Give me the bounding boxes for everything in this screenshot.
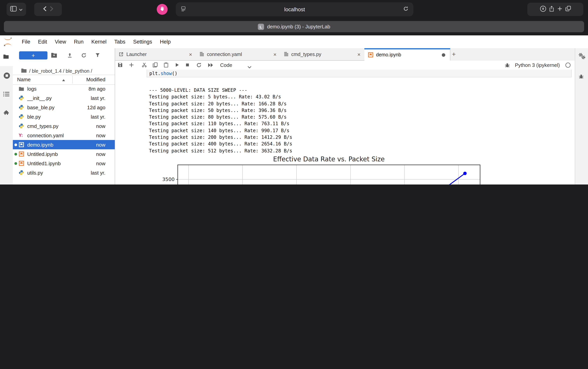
kernel-name-button[interactable]: Python 3 (ipykernel) [515,62,560,68]
menu-kernel[interactable]: Kernel [87,39,110,45]
breadcrumb[interactable]: / ble_robot_1.4 / ble_python / [21,68,92,74]
code-cell-editor[interactable]: plt.show() [147,70,572,77]
notebook-icon [19,151,24,157]
close-icon[interactable]: × [189,51,192,57]
debugger-icon[interactable] [504,62,510,68]
menu-settings[interactable]: Settings [129,39,156,45]
dock-tab-cmd_types.py[interactable]: cmd_types.py× [280,48,365,61]
stop-kernel-icon[interactable] [185,62,191,68]
sidebar-toggle-button[interactable] [7,3,26,16]
file-modified: now [96,133,105,138]
address-bar[interactable]: localhost [176,2,413,16]
file-name[interactable]: base_ble.py [27,104,54,110]
file-modified: now [96,151,105,157]
file-row-__init__.py[interactable]: __init__.pylast yr. [13,93,115,103]
restart-run-all-icon[interactable] [208,62,214,68]
file-name[interactable]: connection.yaml [27,133,64,138]
restart-kernel-icon[interactable] [196,62,202,68]
save-icon[interactable] [117,62,123,68]
paste-cell-icon[interactable] [163,62,169,68]
cell-output-text: --- 5000-LEVEL: DATA SIZE SWEEP ---Testi… [149,87,292,154]
file-modified: last yr. [91,95,105,101]
copy-cell-icon[interactable] [153,62,158,68]
kernel-status-icon[interactable] [565,62,571,68]
breadcrumb-path[interactable]: / ble_robot_1.4 / ble_python / [29,68,92,74]
cell-type-dropdown[interactable]: Code [220,62,232,68]
extension-button[interactable] [157,4,168,15]
file-row-ble.py[interactable]: ble.pylast yr. [13,112,115,121]
upload-icon[interactable] [67,52,73,59]
refresh-icon[interactable] [81,52,87,59]
column-modified[interactable]: Modified [86,77,105,82]
new-tab-icon[interactable] [557,6,563,13]
add-tab-button[interactable]: + [452,51,456,58]
column-name[interactable]: Name [17,77,31,82]
file-row-demo.ipynb[interactable]: demo.ipynbnow [13,140,115,149]
cut-cell-icon[interactable] [142,62,147,68]
file-name[interactable]: demo.ipynb [27,142,53,148]
tab-label[interactable]: demo.ipynb [376,52,401,58]
file-row-cmd_types.py[interactable]: cmd_types.pynow [13,121,115,131]
file-name[interactable]: __init__.py [27,95,52,101]
reader-view-icon[interactable] [180,6,186,13]
python-icon [19,105,24,110]
property-inspector-icon[interactable] [578,52,585,59]
menu-run[interactable]: Run [70,39,87,45]
debugger-sidebar-icon[interactable] [578,73,585,80]
file-row-utils.py[interactable]: utils.pylast yr. [13,168,115,177]
file-row-base_ble.py[interactable]: base_ble.py12d ago [13,103,115,112]
yaml-icon: Y: [19,133,24,138]
sidebar-icon [10,6,17,13]
filter-icon[interactable] [95,52,101,59]
table-of-contents-icon[interactable] [3,91,10,98]
close-icon[interactable]: × [273,51,277,57]
new-launcher-button[interactable]: + [19,51,47,60]
browser-tab[interactable]: L demo.ipynb (3) - JupyterLab [4,21,584,32]
insert-cell-icon[interactable] [129,62,134,68]
folder-icon [21,68,27,74]
close-icon[interactable]: × [357,51,361,57]
notebook-icon [368,52,373,58]
run-cell-icon[interactable] [174,62,180,68]
new-folder-icon[interactable] [51,52,57,59]
file-row-connection.yaml[interactable]: Y:connection.yamlnow [13,131,115,140]
tab-label[interactable]: cmd_types.py [291,51,321,57]
downloads-icon[interactable] [540,5,546,13]
python-icon [19,123,24,129]
output-line: Testing packet size: 512 bytes... Rate: … [149,148,292,154]
file-name[interactable]: utils.py [27,170,43,175]
tab-overview-icon[interactable] [565,5,571,13]
notebook-scroll-area[interactable]: plt.show() --- 5000-LEVEL: DATA SIZE SWE… [115,70,575,184]
url-text[interactable]: localhost [186,6,403,12]
file-modified: now [96,160,105,166]
file-name[interactable]: Untitled.ipynb [27,151,58,157]
share-icon[interactable] [548,5,554,13]
tab-label[interactable]: connection.yaml [207,51,242,57]
file-name[interactable]: logs [27,86,37,92]
file-name[interactable]: ble.py [27,114,41,120]
right-activity-bar [575,48,588,184]
tab-label[interactable]: Launcher [126,51,147,57]
file-list-header[interactable]: Name Modified [13,75,115,85]
extensions-icon[interactable] [3,110,10,117]
file-browser-icon[interactable] [3,54,10,60]
file-row-Untitled.ipynb[interactable]: Untitled.ipynbnow [13,149,115,159]
dock-tab-connection.yaml[interactable]: connection.yaml× [196,48,281,61]
dock-tab-Launcher[interactable]: Launcher× [115,48,196,61]
menu-edit[interactable]: Edit [34,39,51,45]
back-button[interactable] [42,6,47,13]
file-name[interactable]: Untitled1.ipynb [27,160,61,166]
reload-icon[interactable] [403,6,409,13]
menu-help[interactable]: Help [156,39,175,45]
dock-tab-demo.ipynb[interactable]: demo.ipynb [364,48,450,61]
menu-file[interactable]: File [18,39,34,45]
file-row-logs[interactable]: logs8m ago [13,84,115,93]
file-name[interactable]: cmd_types.py [27,123,58,129]
menu-view[interactable]: View [51,39,70,45]
running-kernels-icon[interactable] [3,72,10,79]
file-row-Untitled1.ipynb[interactable]: Untitled1.ipynbnow [13,159,115,168]
menu-tabs[interactable]: Tabs [110,39,129,45]
tab-favicon: L [258,23,264,30]
forward-button[interactable] [49,6,53,13]
dirty-indicator[interactable] [442,53,445,57]
